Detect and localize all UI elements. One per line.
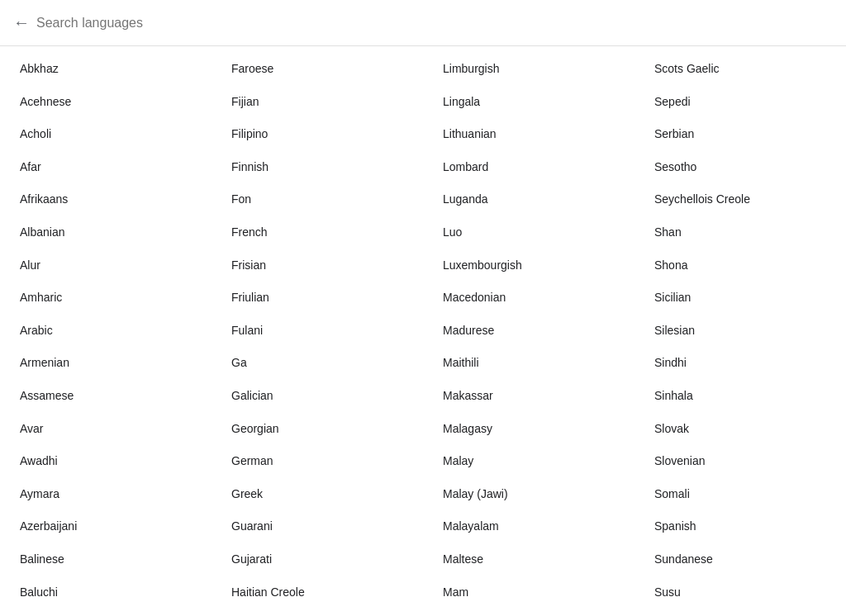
list-item[interactable]: Aymara [0, 478, 212, 511]
list-item[interactable]: Amharic [0, 282, 212, 315]
list-item[interactable]: Manx [423, 609, 634, 616]
list-item[interactable]: Greek [212, 478, 423, 511]
list-item[interactable]: Afrikaans [0, 183, 212, 216]
list-item[interactable]: Frisian [212, 249, 423, 282]
list-item[interactable]: Arabic [0, 315, 212, 348]
list-item[interactable]: Maithili [423, 347, 634, 380]
list-item[interactable]: Seychellois Creole [634, 183, 846, 216]
list-item[interactable]: Sundanese [634, 543, 846, 576]
header: ← [0, 0, 846, 46]
list-item[interactable]: Sesotho [634, 151, 846, 184]
list-item[interactable]: Afar [0, 151, 212, 184]
list-item[interactable]: Galician [212, 380, 423, 413]
list-item[interactable]: Limburgish [423, 53, 634, 86]
list-item[interactable]: Lithuanian [423, 118, 634, 151]
list-item[interactable]: Maltese [423, 543, 634, 576]
list-item[interactable]: Baluchi [0, 576, 212, 609]
list-item[interactable]: Slovenian [634, 445, 846, 478]
list-item[interactable]: Malayalam [423, 510, 634, 543]
list-item[interactable]: Finnish [212, 151, 423, 184]
list-item[interactable]: Acehnese [0, 86, 212, 119]
languages-grid: AbkhazFaroeseLimburgishScots GaelicAcehn… [0, 46, 846, 616]
list-item[interactable]: Armenian [0, 347, 212, 380]
list-item[interactable]: Macedonian [423, 282, 634, 315]
list-item[interactable]: Sindhi [634, 347, 846, 380]
list-item[interactable]: Somali [634, 478, 846, 511]
list-item[interactable]: Makassar [423, 380, 634, 413]
list-item[interactable]: Haitian Creole [212, 576, 423, 609]
list-item[interactable]: Swahili [634, 609, 846, 616]
list-item[interactable]: Alur [0, 249, 212, 282]
list-item[interactable]: Albanian [0, 216, 212, 249]
list-item[interactable]: Avar [0, 413, 212, 446]
list-item[interactable]: Georgian [212, 413, 423, 446]
list-item[interactable]: Slovak [634, 413, 846, 446]
list-item[interactable]: Guarani [212, 510, 423, 543]
list-item[interactable]: Shan [634, 216, 846, 249]
list-item[interactable]: Shona [634, 249, 846, 282]
list-item[interactable]: Filipino [212, 118, 423, 151]
list-item[interactable]: Fulani [212, 315, 423, 348]
list-item[interactable]: Gujarati [212, 543, 423, 576]
list-item[interactable]: Sepedi [634, 86, 846, 119]
list-item[interactable]: Faroese [212, 53, 423, 86]
list-item[interactable]: Assamese [0, 380, 212, 413]
list-item[interactable]: Mam [423, 576, 634, 609]
search-input[interactable] [36, 16, 833, 31]
list-item[interactable]: Serbian [634, 118, 846, 151]
list-item[interactable]: Awadhi [0, 445, 212, 478]
list-item[interactable]: Luganda [423, 183, 634, 216]
list-item[interactable]: Malagasy [423, 413, 634, 446]
list-item[interactable]: Friulian [212, 282, 423, 315]
list-item[interactable]: Scots Gaelic [634, 53, 846, 86]
back-button[interactable]: ← [13, 10, 36, 36]
list-item[interactable]: Sicilian [634, 282, 846, 315]
list-item[interactable]: Lombard [423, 151, 634, 184]
back-icon: ← [13, 13, 30, 32]
list-item[interactable]: Ga [212, 347, 423, 380]
list-item[interactable]: Fon [212, 183, 423, 216]
list-item[interactable]: Spanish [634, 510, 846, 543]
list-item[interactable]: Fijian [212, 86, 423, 119]
list-item[interactable]: Luxembourgish [423, 249, 634, 282]
list-item[interactable]: French [212, 216, 423, 249]
list-item[interactable]: Lingala [423, 86, 634, 119]
list-item[interactable]: Acholi [0, 118, 212, 151]
list-item[interactable]: Madurese [423, 315, 634, 348]
list-item[interactable]: German [212, 445, 423, 478]
list-item[interactable]: Susu [634, 576, 846, 609]
list-item[interactable]: Hakha Chin [212, 609, 423, 616]
list-item[interactable]: Luo [423, 216, 634, 249]
list-item[interactable]: Sinhala [634, 380, 846, 413]
list-item[interactable]: Silesian [634, 315, 846, 348]
list-item[interactable]: Bambara [0, 609, 212, 616]
list-item[interactable]: Balinese [0, 543, 212, 576]
list-item[interactable]: Abkhaz [0, 53, 212, 86]
list-item[interactable]: Azerbaijani [0, 510, 212, 543]
list-item[interactable]: Malay [423, 445, 634, 478]
list-item[interactable]: Malay (Jawi) [423, 478, 634, 511]
